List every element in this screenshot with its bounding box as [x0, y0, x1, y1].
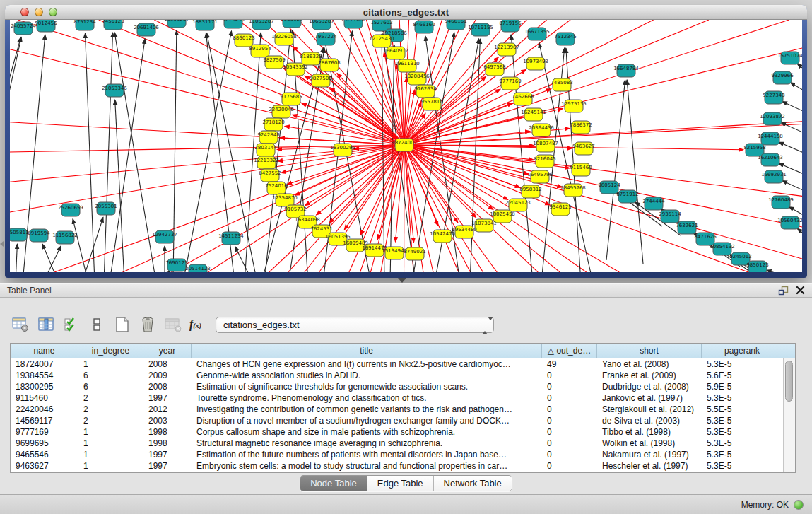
select-column-icon[interactable] — [35, 315, 57, 334]
graph-node[interactable]: 9012456 — [35, 20, 57, 32]
graph-edge[interactable] — [114, 33, 156, 272]
delete-table-icon[interactable] — [137, 315, 158, 334]
table-row[interactable]: 1456911722003Disruption of a novel membe… — [11, 415, 783, 426]
graph-edge[interactable] — [404, 48, 802, 145]
graph-node[interactable]: 7690123 — [165, 259, 187, 271]
column-header-out_de[interactable]: △ out_de… — [542, 344, 597, 358]
graph-node[interactable]: 16640912 — [383, 47, 408, 59]
graph-node[interactable]: 12213322 — [254, 156, 279, 169]
graph-node[interactable]: 18300295 — [330, 144, 355, 156]
graph-node[interactable]: 9329966 — [771, 71, 794, 84]
table-row[interactable]: 946554611997Estimation of the future num… — [11, 449, 783, 460]
graph-edge[interactable] — [344, 145, 404, 230]
table-row[interactable]: 2242004622012Investigating the contribut… — [11, 404, 783, 415]
graph-node[interactable]: 15227602 — [341, 20, 366, 28]
graph-node[interactable]: 9553127 — [281, 20, 302, 28]
graph-node[interactable]: 8919594 — [28, 229, 50, 242]
graph-edge[interactable] — [766, 270, 802, 272]
column-header-name[interactable]: name — [11, 344, 78, 358]
graph-hub-node[interactable]: 18724007 — [392, 139, 417, 151]
graph-node[interactable]: 10560432 — [777, 216, 802, 229]
graph-node[interactable]: 2867608 — [318, 59, 340, 71]
graph-node[interactable]: 7524016 — [265, 182, 288, 194]
graph-node[interactable]: 8860123 — [233, 34, 254, 47]
graph-node[interactable]: 20514123 — [185, 264, 211, 272]
tab-node-table[interactable]: Node Table — [300, 476, 367, 491]
collapse-west-arrow[interactable] — [0, 241, 4, 247]
table-selector-dropdown[interactable]: citations_edges.txt — [216, 317, 494, 333]
graph-edge[interactable] — [73, 219, 88, 272]
graph-edge[interactable] — [782, 101, 802, 115]
graph-edge[interactable] — [110, 39, 145, 272]
graph-edge[interactable] — [10, 49, 404, 145]
graph-edge[interactable] — [779, 142, 802, 156]
graph-edge[interactable] — [797, 64, 802, 76]
graph-node[interactable]: 12213967 — [494, 43, 519, 56]
graph-node[interactable]: 22420046 — [269, 105, 294, 118]
graph-node[interactable]: 12444158 — [758, 132, 783, 145]
graph-node[interactable]: 21053346 — [102, 84, 127, 97]
graph-edge[interactable] — [627, 80, 643, 264]
graph-node[interactable]: 9557810 — [420, 98, 442, 110]
table-row[interactable]: 946362711997Embryonic stem cells: a mode… — [11, 460, 783, 472]
graph-node[interactable]: 12125430 — [369, 35, 394, 47]
tab-edge-table[interactable]: Edge Table — [367, 476, 434, 491]
graph-node[interactable]: 6497568 — [483, 63, 505, 76]
zoom-window-button[interactable] — [49, 8, 57, 16]
graph-node[interactable]: 12354870 — [272, 194, 298, 206]
graph-node[interactable]: 20691406 — [134, 23, 159, 36]
graph-node[interactable]: 8719156 — [499, 20, 522, 32]
graph-node[interactable]: 9213456 — [222, 20, 245, 28]
graph-edge[interactable] — [782, 180, 802, 194]
graph-node[interactable]: 8749021 — [404, 247, 425, 260]
graph-edge[interactable] — [43, 246, 61, 272]
graph-node[interactable]: 10719155 — [468, 23, 493, 36]
graph-node[interactable]: 7632621 — [676, 221, 698, 234]
graph-node[interactable]: 18226058 — [271, 33, 297, 45]
graph-node[interactable]: 14511234 — [218, 232, 244, 245]
graph-node[interactable]: 7886372 — [570, 121, 592, 134]
split-pane-handle[interactable] — [398, 278, 406, 283]
graph-edge[interactable] — [104, 33, 113, 272]
close-window-button[interactable] — [20, 8, 29, 16]
graph-node[interactable]: 25260659 — [58, 204, 83, 216]
graph-node[interactable]: 8958312 — [519, 185, 541, 198]
graph-edge[interactable] — [16, 244, 17, 272]
graph-node[interactable]: 11053287 — [249, 20, 274, 30]
graph-node[interactable]: 8505811 — [10, 228, 29, 241]
graph-node[interactable]: 9777169 — [499, 77, 521, 90]
graph-node[interactable]: 7462666 — [512, 93, 534, 105]
graph-node[interactable]: 8427552 — [259, 169, 281, 182]
graph-node[interactable]: 10807487 — [533, 139, 558, 152]
graph-node[interactable]: 7485083 — [551, 78, 572, 91]
graph-node[interactable]: 16210643 — [758, 153, 783, 166]
scrollbar-thumb[interactable] — [785, 361, 793, 402]
tab-network-table[interactable]: Network Table — [434, 476, 512, 491]
graph-edge[interactable] — [606, 80, 625, 260]
graph-edge[interactable] — [797, 228, 802, 240]
graph-node[interactable]: 2935114 — [659, 210, 681, 223]
graph-node[interactable]: 9242848 — [257, 131, 279, 144]
column-header-pagerank[interactable]: pagerank — [702, 344, 782, 358]
graph-node[interactable]: 2055301 — [95, 202, 117, 215]
graph-node[interactable]: 12942737 — [152, 230, 177, 243]
graph-node[interactable]: 19611310 — [394, 59, 420, 72]
memory-status-dot[interactable] — [794, 500, 804, 510]
column-header-year[interactable]: year — [143, 344, 192, 358]
table-row[interactable]: 969969511998Structural magnetic resonanc… — [11, 438, 783, 449]
graph-node[interactable]: 10542470 — [430, 230, 455, 243]
graph-node[interactable]: 9466161 — [445, 20, 466, 30]
graph-node[interactable]: 8466160 — [413, 21, 435, 33]
graph-node[interactable]: 8791912 — [616, 190, 638, 203]
graph-node[interactable]: 9175685 — [280, 93, 302, 105]
graph-node[interactable]: 15692931 — [761, 170, 787, 183]
graph-node[interactable]: 2718120 — [262, 118, 284, 131]
graph-node[interactable]: 11156822 — [52, 231, 78, 244]
network-canvas[interactable]: 2405572490124568751234745612320691406105… — [10, 20, 802, 272]
graph-node[interactable]: 9346125 — [549, 203, 571, 216]
graph-edge[interactable] — [404, 145, 508, 200]
graph-node[interactable]: 12975135 — [561, 100, 587, 112]
table-row[interactable]: 1938455462009Genome-wide association stu… — [11, 370, 783, 381]
graph-node[interactable]: 16245141 — [521, 108, 546, 121]
graph-node[interactable]: 8216045 — [534, 155, 555, 168]
